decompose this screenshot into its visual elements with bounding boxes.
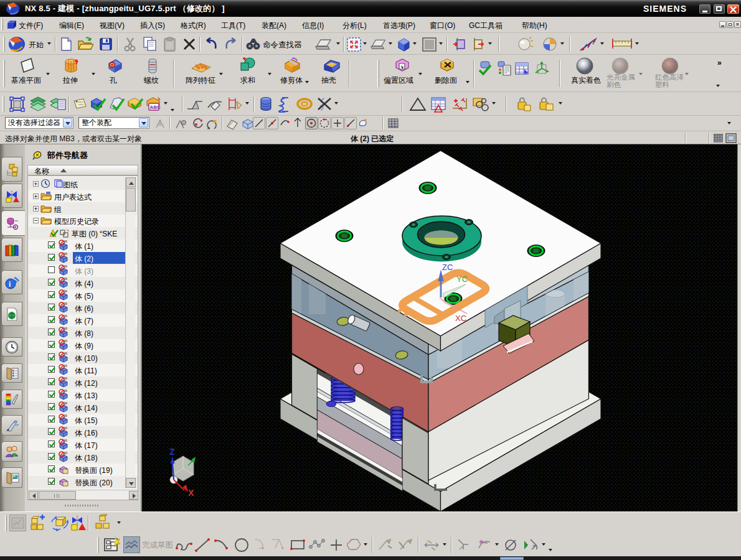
svg-text:X: X — [188, 488, 194, 498]
svg-text:YC: YC — [456, 274, 468, 284]
svg-text:Z: Z — [169, 447, 175, 457]
svg-text:ABC: ABC — [150, 105, 161, 110]
svg-text:ZC: ZC — [442, 263, 453, 272]
svg-text:i: i — [9, 280, 11, 289]
svg-text:XC: XC — [455, 314, 466, 323]
